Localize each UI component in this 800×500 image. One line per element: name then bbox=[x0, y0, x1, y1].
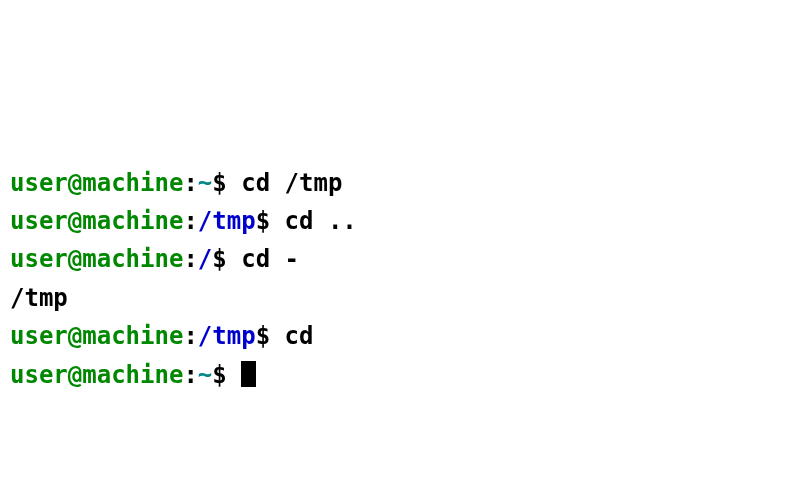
prompt-path: / bbox=[198, 245, 212, 273]
command-text: cd bbox=[285, 322, 314, 350]
prompt-user-host: user@machine bbox=[10, 207, 183, 235]
command-text: cd - bbox=[241, 245, 299, 273]
command-text: cd .. bbox=[285, 207, 357, 235]
prompt-colon: : bbox=[183, 207, 197, 235]
terminal-line: user@machine:~$ cd /tmp bbox=[10, 164, 790, 202]
prompt-colon: : bbox=[183, 361, 197, 389]
prompt-user-host: user@machine bbox=[10, 245, 183, 273]
prompt-path: /tmp bbox=[198, 322, 256, 350]
prompt-colon: : bbox=[183, 322, 197, 350]
prompt-user-host: user@machine bbox=[10, 169, 183, 197]
prompt-dollar: $ bbox=[256, 207, 285, 235]
terminal-line: user@machine:/tmp$ cd .. bbox=[10, 202, 790, 240]
output-text: /tmp bbox=[10, 284, 68, 312]
prompt-user-host: user@machine bbox=[10, 322, 183, 350]
prompt-user-host: user@machine bbox=[10, 361, 183, 389]
prompt-dollar: $ bbox=[256, 322, 285, 350]
prompt-dollar: $ bbox=[212, 245, 241, 273]
terminal-line[interactable]: user@machine:~$ bbox=[10, 356, 790, 394]
prompt-dollar: $ bbox=[212, 361, 241, 389]
command-text: cd /tmp bbox=[241, 169, 342, 197]
prompt-dollar: $ bbox=[212, 169, 241, 197]
prompt-tilde: ~ bbox=[198, 169, 212, 197]
prompt-colon: : bbox=[183, 245, 197, 273]
terminal-line: user@machine:/tmp$ cd bbox=[10, 317, 790, 355]
prompt-tilde: ~ bbox=[198, 361, 212, 389]
prompt-colon: : bbox=[183, 169, 197, 197]
cursor-icon[interactable] bbox=[241, 361, 255, 387]
terminal-output-line: /tmp bbox=[10, 279, 790, 317]
prompt-path: /tmp bbox=[198, 207, 256, 235]
terminal-line: user@machine:/$ cd - bbox=[10, 240, 790, 278]
